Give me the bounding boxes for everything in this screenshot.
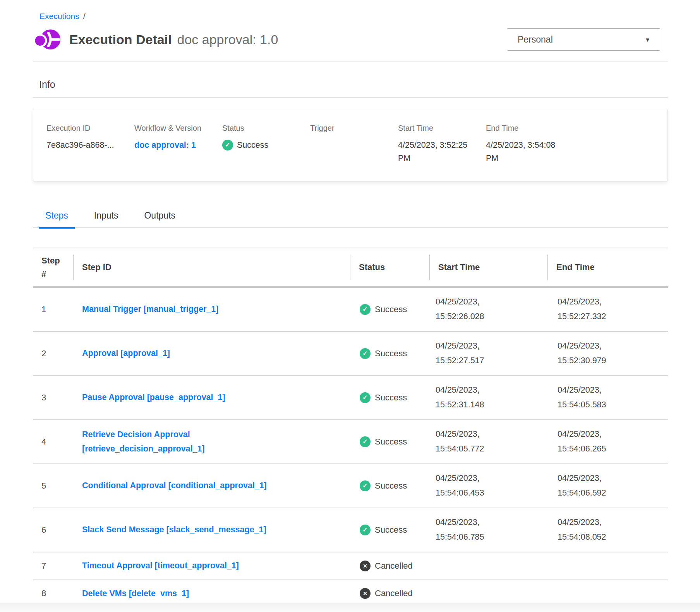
info-section-heading: Info (33, 79, 668, 90)
start-time-value: 4/25/2023, 3:52:25 PM (398, 138, 475, 165)
page-title: Execution Detail (69, 32, 172, 47)
end-time: 04/25/2023, 15:54:08.052 (558, 515, 621, 544)
execution-id-label: Execution ID (46, 124, 134, 133)
start-time: 04/25/2023, 15:54:05.772 (436, 427, 499, 456)
breadcrumb-executions-link[interactable]: Executions (39, 12, 79, 21)
tab-outputs[interactable]: Outputs (137, 210, 182, 227)
table-row: 1 Manual Trigger [manual_trigger_1] ✓Suc… (33, 288, 668, 332)
start-time: 04/25/2023, 15:52:26.028 (436, 295, 499, 324)
step-link[interactable]: Slack Send Message [slack_send_message_1… (82, 523, 266, 537)
breadcrumb-separator: / (83, 12, 86, 21)
step-link[interactable]: Approval [approval_1] (82, 346, 170, 361)
step-link[interactable]: Delete VMs [delete_vms_1] (82, 586, 189, 601)
step-link[interactable]: Conditional Approval [conditional_approv… (82, 479, 267, 493)
step-number: 8 (33, 588, 74, 598)
column-header-step-id: Step ID (74, 248, 350, 286)
trigger-label: Trigger (310, 124, 398, 133)
table-row: 2 Approval [approval_1] ✓Success 04/25/2… (33, 332, 668, 376)
tab-inputs[interactable]: Inputs (88, 210, 125, 227)
column-header-step-number: Step # (33, 248, 74, 286)
header-divider (33, 62, 668, 62)
cancelled-icon: ✕ (360, 588, 371, 599)
step-link[interactable]: Retrieve Decision Approval [retrieve_dec… (82, 427, 307, 456)
chevron-down-icon: ▼ (645, 36, 650, 43)
status-text: Success (375, 349, 407, 359)
start-time: 04/25/2023, 15:52:27.517 (436, 339, 499, 368)
step-number: 5 (33, 481, 74, 491)
column-header-status: Status (350, 248, 430, 286)
execution-detail-page: Executions/ Execution Detail doc approva… (0, 0, 700, 608)
step-number: 3 (33, 393, 74, 403)
title-block: Execution Detail doc approval: 1.0 (69, 32, 278, 47)
table-row: 5 Conditional Approval [conditional_appr… (33, 464, 668, 508)
status-text: Success (375, 481, 407, 491)
page-bottom-band (0, 603, 700, 612)
step-link[interactable]: Timeout Approval [timeout_approval_1] (82, 559, 239, 573)
step-number: 1 (33, 304, 74, 315)
start-time: 04/25/2023, 15:52:31.148 (436, 383, 499, 412)
status-text: Success (375, 304, 407, 315)
table-row: 4 Retrieve Decision Approval [retrieve_d… (33, 420, 668, 464)
execution-info-card: Execution ID 7e8ac396-a868-... Workflow … (33, 109, 668, 182)
end-time-label: End Time (486, 124, 574, 133)
workflow-version-label: Workflow & Version (134, 124, 222, 133)
workflow-brand-icon (34, 28, 62, 51)
end-time: 04/25/2023, 15:52:30.979 (558, 339, 621, 368)
detail-tabs: Steps Inputs Outputs (33, 210, 668, 228)
status-label: Status (222, 124, 310, 133)
info-divider (33, 97, 668, 98)
end-time: 04/25/2023, 15:54:06.592 (558, 471, 621, 500)
status-value: Success (237, 138, 268, 152)
table-row: 7 Timeout Approval [timeout_approval_1] … (33, 552, 668, 580)
column-header-start-time: Start Time (430, 248, 548, 286)
trigger-field: Trigger (310, 124, 398, 165)
status-text: Cancelled (375, 588, 413, 598)
success-icon: ✓ (360, 480, 371, 491)
success-icon: ✓ (360, 348, 371, 359)
table-row: 6 Slack Send Message [slack_send_message… (33, 508, 668, 552)
table-row: 3 Pause Approval [pause_approval_1] ✓Suc… (33, 376, 668, 420)
step-link[interactable]: Manual Trigger [manual_trigger_1] (82, 302, 218, 316)
steps-table: Step # Step ID Status Start Time End Tim… (33, 248, 668, 608)
success-icon: ✓ (360, 525, 371, 535)
execution-id-field: Execution ID 7e8ac396-a868-... (46, 124, 134, 165)
tab-steps[interactable]: Steps (39, 210, 75, 227)
workflow-version-field: Workflow & Version doc approval: 1 (134, 124, 222, 165)
breadcrumb: Executions/ (33, 12, 668, 21)
workflow-version-link[interactable]: doc approval: 1 (134, 138, 212, 152)
status-text: Success (375, 525, 407, 535)
cancelled-icon: ✕ (360, 561, 371, 571)
workspace-selector[interactable]: Personal ▼ (507, 28, 660, 51)
end-time: 04/25/2023, 15:52:27.332 (558, 295, 621, 324)
step-number: 4 (33, 437, 74, 447)
step-number: 2 (33, 349, 74, 359)
end-time-field: End Time 4/25/2023, 3:54:08 PM (486, 124, 574, 165)
status-field: Status ✓ Success (222, 124, 310, 165)
end-time: 04/25/2023, 15:54:05.583 (558, 383, 621, 412)
start-time: 04/25/2023, 15:54:06.453 (436, 471, 499, 500)
status-text: Success (375, 437, 407, 447)
step-link[interactable]: Pause Approval [pause_approval_1] (82, 390, 225, 405)
page-subtitle: doc approval: 1.0 (177, 32, 278, 47)
status-text: Success (375, 393, 407, 403)
start-time-label: Start Time (398, 124, 486, 133)
end-time: 04/25/2023, 15:54:06.265 (558, 427, 621, 456)
page-header: Execution Detail doc approval: 1.0 Perso… (33, 28, 668, 51)
step-number: 7 (33, 561, 74, 571)
execution-id-value: 7e8ac396-a868-... (46, 138, 124, 152)
status-text: Cancelled (375, 561, 413, 571)
success-icon: ✓ (222, 140, 233, 150)
end-time-value: 4/25/2023, 3:54:08 PM (486, 138, 563, 165)
success-icon: ✓ (360, 392, 371, 403)
workspace-selected-value: Personal (518, 34, 553, 45)
step-number: 6 (33, 525, 74, 535)
steps-table-header: Step # Step ID Status Start Time End Tim… (33, 248, 668, 288)
start-time-field: Start Time 4/25/2023, 3:52:25 PM (398, 124, 486, 165)
column-header-end-time: End Time (548, 248, 668, 286)
success-icon: ✓ (360, 436, 371, 447)
start-time: 04/25/2023, 15:54:06.785 (436, 515, 499, 544)
success-icon: ✓ (360, 304, 371, 315)
